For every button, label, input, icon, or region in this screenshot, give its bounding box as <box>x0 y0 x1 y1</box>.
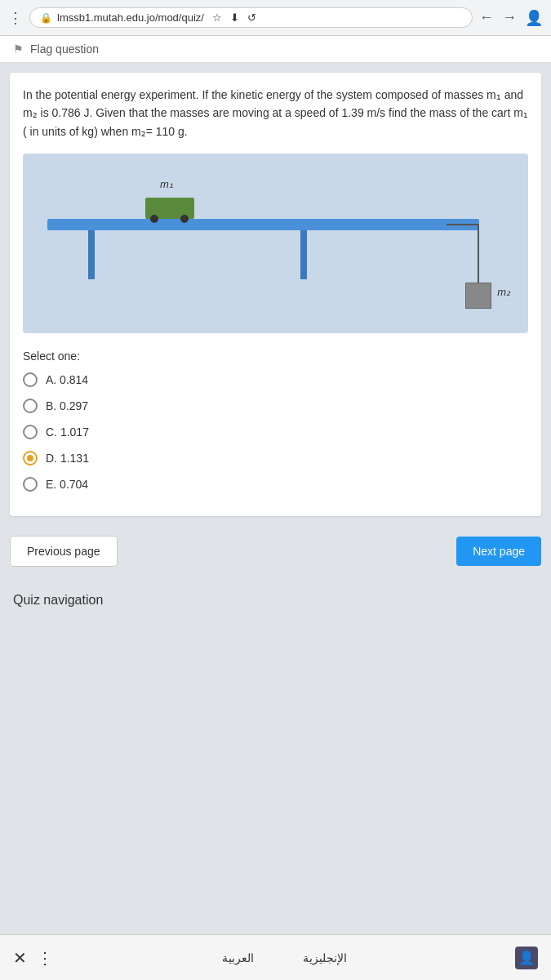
select-label: Select one: <box>23 350 528 363</box>
radio-e[interactable] <box>23 477 38 492</box>
option-e[interactable]: E. 0.704 <box>23 477 528 492</box>
flag-bar[interactable]: ⚑ Flag question <box>0 36 551 63</box>
next-page-button[interactable]: Next page <box>456 537 541 566</box>
previous-page-button[interactable]: Previous page <box>10 536 118 567</box>
lock-icon: 🔒 <box>40 12 52 24</box>
nav-buttons: Previous page Next page <box>0 536 551 580</box>
flag-icon: ⚑ <box>13 42 24 56</box>
option-d[interactable]: D. 1.131 <box>23 451 528 466</box>
hanging-mass <box>465 283 491 309</box>
browser-dots: ⋮ <box>8 9 23 27</box>
quiz-navigation-section: Quiz navigation <box>0 580 551 621</box>
person-icon: 👤 <box>518 950 535 965</box>
string-vertical <box>478 225 479 283</box>
string-horizontal <box>447 224 479 225</box>
radio-a[interactable] <box>23 372 38 387</box>
question-card: In the potential energy experiment. If t… <box>10 73 541 516</box>
browser-nav-icons: ← → 👤 <box>479 9 543 27</box>
flag-label: Flag question <box>30 42 99 56</box>
table-surface <box>47 219 479 230</box>
option-b[interactable]: B. 0.297 <box>23 399 528 413</box>
bottom-bar: ✕ ⋮ العربية الإنجليزية 👤 <box>0 934 551 980</box>
label-m2: m₂ <box>497 286 510 298</box>
account-icon[interactable]: 👤 <box>515 947 538 969</box>
option-c[interactable]: C. 1.017 <box>23 425 528 439</box>
download-icon: ⬇ <box>230 11 239 24</box>
colon-icon: ⋮ <box>8 9 23 27</box>
option-e-text: E. 0.704 <box>46 478 88 491</box>
radio-d[interactable] <box>23 451 38 466</box>
table-leg-left <box>88 230 95 279</box>
close-icon[interactable]: ✕ <box>13 948 27 968</box>
quiz-nav-title: Quiz navigation <box>13 593 103 607</box>
arabic-label[interactable]: العربية <box>222 951 254 964</box>
refresh-icon: ↺ <box>247 11 256 24</box>
page-content: ⚑ Flag question In the potential energy … <box>0 36 551 980</box>
option-d-text: D. 1.131 <box>46 452 89 465</box>
back-icon[interactable]: ← <box>479 9 494 26</box>
option-a-text: A. 0.814 <box>46 373 88 386</box>
forward-icon[interactable]: → <box>502 9 517 26</box>
option-b-text: B. 0.297 <box>46 399 88 412</box>
address-bar[interactable]: 🔒 lmssb1.mutah.edu.jo/mod/quiz/ ☆ ⬇ ↺ <box>29 7 473 28</box>
label-m1: m₁ <box>160 178 173 190</box>
english-label[interactable]: الإنجليزية <box>303 951 347 964</box>
star-icon: ☆ <box>212 11 222 24</box>
more-options-icon[interactable]: ⋮ <box>37 948 53 968</box>
user-icon[interactable]: 👤 <box>525 9 543 27</box>
url-text: lmssb1.mutah.edu.jo/mod/quiz/ <box>57 11 204 24</box>
option-c-text: C. 1.017 <box>46 425 89 439</box>
radio-c[interactable] <box>23 425 38 439</box>
browser-bar: ⋮ 🔒 lmssb1.mutah.edu.jo/mod/quiz/ ☆ ⬇ ↺ … <box>0 0 551 36</box>
radio-b[interactable] <box>23 399 38 413</box>
physics-diagram: m₁ m₂ <box>23 154 528 333</box>
option-a[interactable]: A. 0.814 <box>23 372 528 387</box>
table-leg-right <box>300 230 307 279</box>
language-switcher: العربية الإنجليزية <box>60 951 509 964</box>
question-text: In the potential energy experiment. If t… <box>23 86 528 140</box>
